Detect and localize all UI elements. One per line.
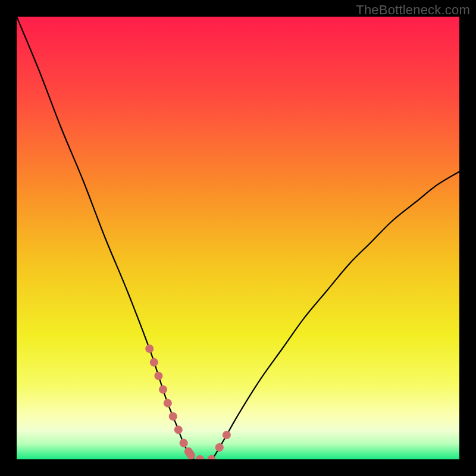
watermark-text: TheBottleneck.com [356, 2, 470, 18]
plot-area [17, 17, 459, 459]
chart-svg [17, 17, 459, 459]
chart-stage: TheBottleneck.com [0, 0, 476, 476]
chart-background [17, 17, 459, 459]
